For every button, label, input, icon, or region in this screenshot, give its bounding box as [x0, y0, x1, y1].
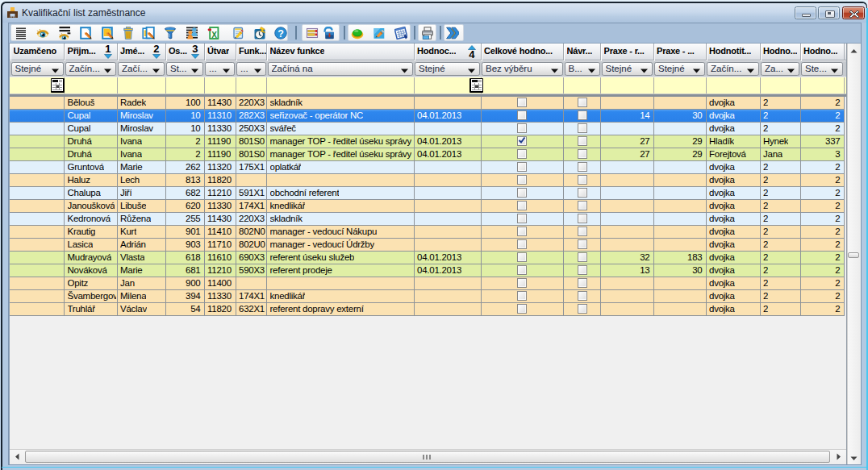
svg-text:X: X — [211, 30, 217, 39]
svg-text:?: ? — [278, 27, 284, 39]
